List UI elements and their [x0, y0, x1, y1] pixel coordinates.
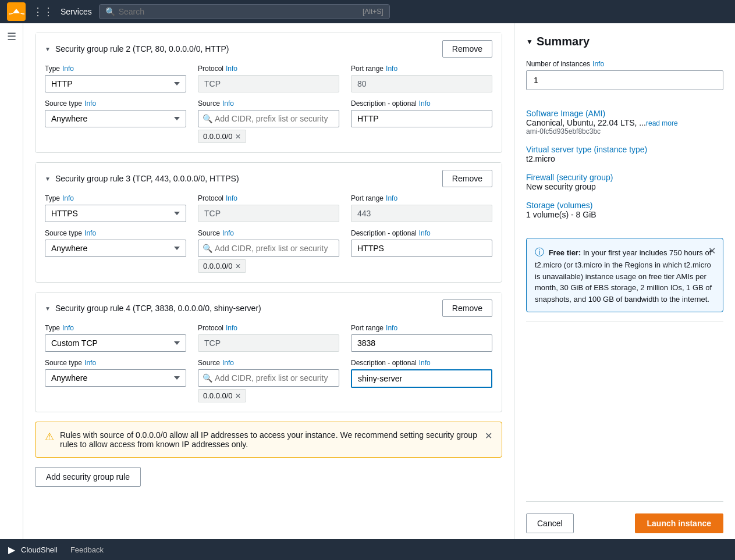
rule-2-protocol-info[interactable]: Info — [226, 65, 237, 73]
collapse-icon-3[interactable]: ▼ — [45, 176, 51, 182]
rule-4-type-select[interactable]: Custom TCP — [45, 334, 186, 352]
rule-3-protocol-field: Protocol Info — [198, 194, 339, 222]
add-security-group-rule-button[interactable]: Add security group rule — [35, 467, 141, 487]
cloudshell-label[interactable]: CloudShell — [21, 545, 58, 554]
remove-rule-3-button[interactable]: Remove — [442, 170, 492, 187]
rule-4-port-info[interactable]: Info — [386, 324, 397, 332]
rule-2-header: ▼ Security group rule 2 (TCP, 80, 0.0.0.… — [35, 33, 502, 65]
num-instances-info[interactable]: Info — [592, 60, 604, 68]
sidebar-toggle: ☰ — [0, 23, 23, 560]
rule-3-description-input[interactable] — [351, 240, 492, 257]
hamburger-icon[interactable]: ☰ — [7, 30, 16, 43]
rule-4-source-input[interactable] — [198, 369, 339, 387]
rule-3-description-field: Description - optional Info — [351, 229, 492, 273]
rule-4-port-input[interactable] — [351, 334, 492, 352]
instance-type-value: t2.micro — [526, 154, 723, 163]
rule-3-source-search-icon: 🔍 — [203, 244, 212, 253]
rule-4-description-field: Description - optional Info — [351, 359, 492, 402]
num-instances-section: Number of instances Info — [526, 60, 723, 99]
feedback-label[interactable]: Feedback — [70, 545, 104, 554]
rule-3-sourcetype-select[interactable]: Anywhere — [45, 240, 186, 257]
rule-4-source-tag: 0.0.0.0/0 ✕ — [198, 389, 246, 402]
rule-4-type-field: Type Info Custom TCP — [45, 324, 186, 352]
remove-rule-2-button[interactable]: Remove — [442, 40, 492, 58]
warning-icon: ⚠ — [45, 430, 54, 443]
rule-2-port-field: Port range Info — [351, 65, 492, 92]
rule-3-sourcetype-info[interactable]: Info — [84, 229, 96, 237]
rule-3-header: ▼ Security group rule 3 (TCP, 443, 0.0.0… — [35, 163, 502, 194]
cloudshell-icon: ▶ — [8, 544, 15, 555]
rule-3-protocol-input — [198, 205, 339, 222]
main-content: ▼ Security group rule 2 (TCP, 80, 0.0.0.… — [23, 23, 514, 560]
rule-2-source-label: Source Info — [198, 99, 339, 108]
rule-3-source-input[interactable] — [198, 240, 339, 257]
rule-2-source-info[interactable]: Info — [222, 99, 234, 108]
rule-4-fields: Type Info Custom TCP Protocol Info — [35, 324, 502, 412]
rule-4-source-label: Source Info — [198, 359, 339, 367]
rule-2-type-info[interactable]: Info — [62, 65, 74, 73]
rule-3-type-label: Type Info — [45, 194, 186, 202]
rule-2-description-info[interactable]: Info — [419, 99, 431, 108]
rule-4-type-info[interactable]: Info — [62, 324, 74, 332]
rule-card-3: ▼ Security group rule 3 (TCP, 443, 0.0.0… — [35, 162, 502, 283]
rule-2-sourcetype-select[interactable]: Anywhere — [45, 110, 186, 127]
rule-3-source-label: Source Info — [198, 229, 339, 237]
rule-3-source-info[interactable]: Info — [222, 229, 234, 237]
summary-panel: ▼ Summary Number of instances Info Softw… — [514, 23, 735, 560]
rule-4-type-label: Type Info — [45, 324, 186, 332]
grid-icon[interactable]: ⋮⋮ — [33, 5, 54, 18]
remove-rule-4-button[interactable]: Remove — [442, 299, 492, 317]
free-tier-close-button[interactable]: ✕ — [708, 244, 716, 258]
rule-4-sourcetype-select[interactable]: Anywhere — [45, 369, 186, 387]
rule-2-type-select[interactable]: HTTP — [45, 75, 186, 92]
rule-3-port-field: Port range Info — [351, 194, 492, 222]
rule-2-protocol-field: Protocol Info — [198, 65, 339, 92]
rule-4-sourcetype-field: Source type Info Anywhere — [45, 359, 186, 402]
launch-instance-button[interactable]: Launch instance — [635, 513, 723, 533]
search-input[interactable] — [119, 7, 363, 16]
rule-3-source-tag-remove[interactable]: ✕ — [235, 262, 241, 270]
rule-3-type-select[interactable]: HTTPS — [45, 205, 186, 222]
rule-3-port-info[interactable]: Info — [386, 194, 397, 202]
num-instances-input[interactable] — [526, 70, 723, 90]
rule-3-type-info[interactable]: Info — [62, 194, 74, 202]
collapse-icon-2[interactable]: ▼ — [45, 46, 51, 52]
storage-label[interactable]: Storage (volumes) — [526, 201, 592, 210]
rule-4-description-input[interactable] — [351, 369, 492, 388]
rule-3-port-input — [351, 205, 492, 222]
ami-id: ami-0fc5d935ebf8bc3bc — [526, 127, 723, 135]
summary-title: ▼ Summary — [526, 35, 723, 48]
services-label[interactable]: Services — [61, 7, 92, 16]
collapse-icon-4[interactable]: ▼ — [45, 305, 51, 312]
firewall-label[interactable]: Firewall (security group) — [526, 173, 613, 182]
cancel-button[interactable]: Cancel — [526, 513, 574, 533]
rule-4-description-label: Description - optional Info — [351, 359, 492, 367]
summary-collapse-icon[interactable]: ▼ — [526, 38, 533, 46]
instance-type-label[interactable]: Virtual server type (instance type) — [526, 145, 647, 154]
rule-2-description-field: Description - optional Info — [351, 99, 492, 143]
warning-text: Rules with source of 0.0.0.0/0 allow all… — [60, 430, 479, 449]
rule-3-protocol-label: Protocol Info — [198, 194, 339, 202]
rule-2-source-tag: 0.0.0.0/0 ✕ — [198, 130, 246, 143]
rule-2-port-info[interactable]: Info — [386, 65, 397, 73]
rule-2-description-input[interactable] — [351, 110, 492, 127]
rule-2-source-input[interactable] — [198, 110, 339, 127]
rule-2-sourcetype-info[interactable]: Info — [84, 99, 96, 108]
rule-2-title-text: Security group rule 2 (TCP, 80, 0.0.0.0/… — [55, 44, 229, 53]
rule-4-sourcetype-info[interactable]: Info — [84, 359, 96, 367]
warning-banner: ⚠ Rules with source of 0.0.0.0/0 allow a… — [35, 422, 502, 458]
rule-4-protocol-info[interactable]: Info — [226, 324, 237, 332]
rule-3-description-info[interactable]: Info — [419, 229, 431, 237]
ami-read-more[interactable]: read more — [646, 119, 678, 127]
search-bar[interactable]: 🔍 [Alt+S] — [99, 4, 390, 19]
rule-3-protocol-info[interactable]: Info — [226, 194, 237, 202]
rule-4-source-info[interactable]: Info — [222, 359, 234, 367]
rule-4-description-info[interactable]: Info — [419, 359, 431, 367]
firewall-value: New security group — [526, 182, 723, 191]
warning-close-button[interactable]: ✕ — [485, 430, 492, 441]
rule-2-source-tag-remove[interactable]: ✕ — [235, 133, 241, 141]
rule-2-sourcetype-label: Source type Info — [45, 99, 186, 108]
free-tier-box: ✕ ⓘ Free tier: In your first year includ… — [526, 238, 723, 312]
ami-label[interactable]: Software Image (AMI) — [526, 109, 605, 118]
rule-4-source-tag-remove[interactable]: ✕ — [235, 392, 241, 400]
